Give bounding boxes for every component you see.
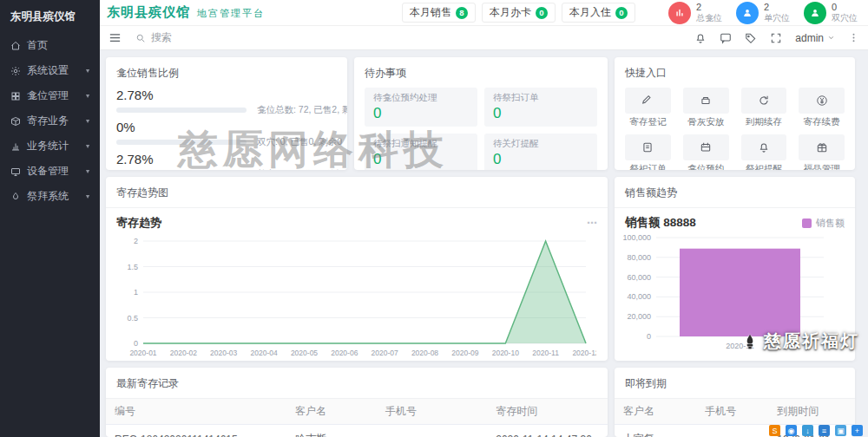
- todo-value: 0: [493, 105, 589, 122]
- table-row: REG-18642020111414615 哈吉斯 2020-11-14 14:…: [106, 425, 608, 437]
- bell-icon: [758, 141, 770, 153]
- box-icon: [10, 116, 21, 127]
- svg-text:2020-02: 2020-02: [170, 349, 197, 357]
- stat-monthly-cards[interactable]: 本月办卡 0: [482, 3, 556, 23]
- ratio-percent: 2.78%: [116, 88, 337, 102]
- chevron-down-icon: ▼: [84, 67, 90, 74]
- tag-icon[interactable]: [745, 32, 757, 44]
- sidebar-item-label: 寄存业务: [27, 114, 69, 128]
- home-icon: [10, 41, 21, 51]
- user-name: admin: [795, 32, 824, 44]
- user-menu[interactable]: admin: [795, 32, 835, 44]
- card-title: 寄存趋势图: [106, 177, 608, 208]
- svg-text:40,000: 40,000: [627, 292, 651, 301]
- extension-icon[interactable]: ◉: [786, 425, 797, 436]
- quick-ash-placement[interactable]: 骨灰安放: [683, 88, 729, 128]
- message-icon[interactable]: [720, 32, 732, 44]
- todo-label: 待祭扫通知提醒: [373, 138, 469, 150]
- card-title: 最新寄存记录: [106, 368, 608, 399]
- todo-niche-reservation[interactable]: 待龛位预约处理 0: [365, 88, 477, 127]
- svg-text:2020-03: 2020-03: [210, 349, 237, 357]
- svg-text:2020-05: 2020-05: [291, 349, 318, 357]
- card-title: 销售额趋势: [615, 177, 855, 208]
- chart-title: 寄存趋势: [116, 215, 161, 231]
- stat-monthly-checkin[interactable]: 本月入住 0: [562, 3, 635, 23]
- chart-legend[interactable]: 销售额: [802, 217, 845, 230]
- chevron-down-icon: [827, 34, 835, 42]
- card-quick-entry: 快捷入口 寄存登记 骨灰安放 到期续存 寄存续费: [615, 57, 855, 170]
- legend-label: 销售额: [816, 217, 845, 230]
- fullscreen-icon[interactable]: [770, 32, 782, 44]
- extension-icon[interactable]: S: [769, 425, 780, 436]
- sidebar-item-worship-system[interactable]: 祭拜系统 ▼: [0, 184, 100, 209]
- quick-blessing-goods[interactable]: 福品管理: [799, 134, 845, 170]
- sidebar-item-business-statistics[interactable]: 业务统计 ▼: [0, 134, 100, 159]
- menu-icon[interactable]: [108, 31, 122, 44]
- header-stats: 本月销售 8 本月办卡 0 本月入住 0: [402, 3, 635, 23]
- quick-renew-storage[interactable]: 到期续存: [741, 88, 787, 128]
- browser-extension-icons: S ◉ ↓ ≡ ▣ +: [769, 425, 863, 436]
- svg-text:1.5: 1.5: [127, 263, 138, 271]
- monitor-icon: [10, 166, 21, 177]
- kebab-icon[interactable]: [848, 32, 859, 43]
- quick-niche-reservation[interactable]: 龛位预约: [683, 134, 729, 170]
- bar-chart-icon: [668, 2, 691, 24]
- svg-text:60,000: 60,000: [627, 273, 651, 282]
- todo-worship-notice[interactable]: 待祭扫通知提醒 0: [365, 134, 477, 170]
- search-input[interactable]: 搜索: [135, 30, 172, 45]
- sales-trend-bar-chart: 020,00040,00060,00080,000100,0002020-11: [615, 231, 834, 352]
- stat-label: 本月办卡: [490, 5, 531, 20]
- chevron-down-icon: ▼: [84, 92, 90, 99]
- chevron-down-icon: ▼: [84, 142, 90, 149]
- order-list-icon: [641, 141, 654, 153]
- todo-lamp-reminder[interactable]: 待关灯提醒 0: [484, 134, 597, 170]
- sidebar-item-label: 设备管理: [27, 164, 69, 179]
- stat-label: 本月入住: [569, 5, 611, 20]
- extension-icon[interactable]: ↓: [802, 425, 813, 436]
- card-title: 待办事项: [365, 66, 597, 81]
- extension-icon[interactable]: ▣: [835, 425, 846, 436]
- bell-icon[interactable]: [694, 32, 707, 44]
- ratio-row-total: 2.78% 龛位总数: 72, 已售2, 剩余70: [116, 88, 337, 116]
- summary-value: 2: [696, 2, 722, 13]
- sidebar-item-system-settings[interactable]: 系统设置 ▼: [0, 58, 100, 83]
- calendar-icon: [700, 141, 712, 153]
- card-sales-trend: 销售额趋势 销售额 88888 销售额 020,00040,00060,0008…: [615, 177, 855, 361]
- sidebar-item-home[interactable]: 首页: [0, 33, 100, 58]
- ratio-desc: 龛位总数: 72, 已售2, 剩余70: [257, 104, 347, 116]
- column-header: 客户名: [286, 399, 377, 425]
- ratio-row-double: 0% 双穴: 0, 已售0, 剩余0: [116, 120, 337, 148]
- svg-text:2020-08: 2020-08: [411, 349, 438, 357]
- page-subtitle: 地宫管理平台: [197, 7, 265, 20]
- cell-phone: [377, 425, 487, 437]
- user-icon: [736, 2, 759, 24]
- quick-storage-fee[interactable]: 寄存续费: [799, 88, 845, 128]
- svg-text:0: 0: [647, 332, 651, 341]
- brand: 东明县殡仪馆 地宫管理平台: [107, 4, 265, 21]
- search-icon: [135, 33, 146, 43]
- chart-toolbox-icon[interactable]: ⋯: [587, 217, 597, 229]
- urn-box-icon: [700, 95, 712, 107]
- sidebar: 东明县殡仪馆 首页 系统设置 ▼ 龛位管理 ▼ 寄存业务 ▼ 业务统计 ▼ 设备…: [0, 0, 100, 437]
- svg-text:2020-11: 2020-11: [726, 342, 753, 350]
- extension-icon[interactable]: ≡: [819, 425, 830, 436]
- stat-monthly-sales[interactable]: 本月销售 8: [402, 3, 476, 23]
- sidebar-item-equipment-management[interactable]: 设备管理 ▼: [0, 159, 100, 184]
- todo-worship-orders[interactable]: 待祭扫订单 0: [484, 88, 597, 127]
- sidebar-item-storage-business[interactable]: 寄存业务 ▼: [0, 108, 100, 134]
- sidebar-item-label: 业务统计: [27, 139, 69, 153]
- page-title: 东明县殡仪馆: [107, 4, 190, 21]
- quick-storage-register[interactable]: 寄存登记: [625, 88, 671, 128]
- storage-trend-area-chart: 00.511.522020-012020-022020-032020-04202…: [117, 232, 596, 359]
- quick-worship-orders[interactable]: 祭祀订单: [625, 134, 671, 170]
- extension-icon[interactable]: +: [852, 425, 863, 436]
- svg-text:2020-12: 2020-12: [572, 349, 596, 357]
- card-todo: 待办事项 待龛位预约处理 0 待祭扫订单 0 待祭扫通知提醒 0 待关灯提醒 0: [354, 57, 608, 170]
- sidebar-item-niche-management[interactable]: 龛位管理 ▼: [0, 83, 100, 108]
- column-header: 寄存时间: [487, 399, 608, 425]
- chevron-down-icon: ▼: [84, 167, 90, 174]
- quick-worship-reminder[interactable]: 祭祀提醒: [741, 134, 787, 170]
- column-header: 客户名: [615, 399, 696, 425]
- column-header: 编号: [106, 399, 286, 425]
- pencil-icon: [641, 95, 654, 107]
